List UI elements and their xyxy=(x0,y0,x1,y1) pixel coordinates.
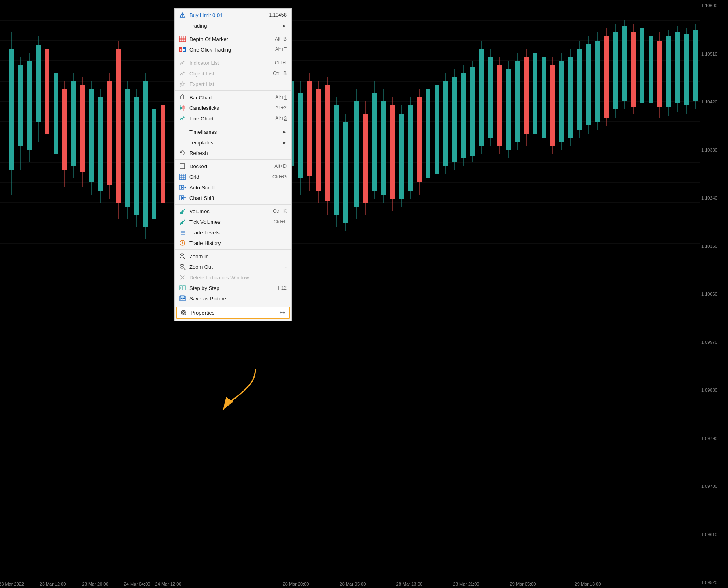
delete-indicators-label: Delete Indicators Window xyxy=(189,275,287,281)
menu-item-object-list: Object List Ctrl+B xyxy=(175,68,291,79)
separator-8 xyxy=(175,305,291,305)
svg-rect-104 xyxy=(533,53,537,134)
indicator-list-icon xyxy=(178,59,187,67)
svg-rect-52 xyxy=(298,93,303,178)
svg-rect-143 xyxy=(179,36,186,42)
menu-item-auto-scroll[interactable]: Auto Scroll xyxy=(175,182,291,193)
svg-marker-175 xyxy=(184,186,186,189)
svg-rect-189 xyxy=(184,221,184,224)
candlesticks-shortcut: Alt+2 xyxy=(267,105,287,111)
menu-item-depth-of-market[interactable]: Depth Of Market Alt+B xyxy=(175,34,291,44)
svg-rect-94 xyxy=(488,57,493,138)
zoom-out-label: Zoom Out xyxy=(189,264,277,270)
line-chart-icon xyxy=(178,115,187,122)
svg-rect-26 xyxy=(62,89,67,170)
menu-item-docked[interactable]: Docked Alt+D xyxy=(175,161,291,172)
svg-rect-98 xyxy=(506,69,511,150)
svg-rect-100 xyxy=(515,61,520,142)
separator-3 xyxy=(175,90,291,91)
svg-rect-120 xyxy=(604,36,609,118)
svg-rect-64 xyxy=(354,101,359,207)
zoom-in-shortcut: + xyxy=(276,253,287,259)
trading-arrow: ► xyxy=(283,24,287,28)
refresh-label: Refresh xyxy=(189,150,287,156)
svg-rect-211 xyxy=(181,296,184,298)
tick-volumes-label: Tick Volumes xyxy=(189,219,266,225)
chart-area: EURUSD, H1: Euro vs US Dollar xyxy=(0,0,728,588)
menu-item-timeframes[interactable]: Timeframes ► xyxy=(175,127,291,137)
svg-rect-96 xyxy=(497,65,502,146)
svg-rect-116 xyxy=(586,44,591,125)
svg-rect-128 xyxy=(640,28,644,103)
buy-limit-icon xyxy=(178,11,187,19)
svg-rect-124 xyxy=(622,26,627,101)
price-label-6: 1.10150 xyxy=(701,244,726,249)
trade-levels-label: Trade Levels xyxy=(189,230,287,236)
svg-rect-110 xyxy=(559,61,564,142)
volumes-shortcut: Ctrl+K xyxy=(265,208,287,214)
templates-icon xyxy=(178,139,187,146)
svg-rect-44 xyxy=(143,81,148,227)
svg-rect-112 xyxy=(568,57,573,138)
svg-rect-122 xyxy=(613,32,618,109)
line-chart-label: Line Chart xyxy=(189,116,267,122)
separator-6 xyxy=(175,204,291,205)
menu-item-buy-limit[interactable]: Buy Limit 0.01 1.10458 xyxy=(175,10,291,20)
svg-rect-108 xyxy=(550,65,555,146)
menu-item-templates[interactable]: Templates ► xyxy=(175,137,291,148)
svg-rect-72 xyxy=(390,105,395,199)
price-label-12: 1.09610 xyxy=(701,532,726,537)
menu-item-grid[interactable]: Grid Ctrl+G xyxy=(175,172,291,182)
price-label-8: 1.09970 xyxy=(701,340,726,345)
menu-item-candlesticks[interactable]: Candlesticks Alt+2 xyxy=(175,103,291,113)
menu-item-properties[interactable]: Properties F8 xyxy=(176,307,290,319)
menu-item-trade-history[interactable]: Trade History xyxy=(175,238,291,248)
docked-label: Docked xyxy=(189,163,266,170)
menu-item-line-chart[interactable]: Line Chart Alt+3 xyxy=(175,113,291,124)
price-label-2: 1.10510 xyxy=(701,52,726,56)
refresh-icon xyxy=(178,149,187,157)
menu-item-step-by-step[interactable]: Step by Step F12 xyxy=(175,283,291,293)
menu-item-trading[interactable]: Trading ► xyxy=(175,20,291,31)
time-label-9: 28 Mar 21:00 xyxy=(453,582,480,586)
menu-item-zoom-in[interactable]: Zoom In + xyxy=(175,251,291,262)
auto-scroll-label: Auto Scroll xyxy=(189,185,287,191)
menu-item-chart-shift[interactable]: Chart Shift xyxy=(175,193,291,203)
menu-item-one-click-trading[interactable]: S B One Click Trading Alt+T xyxy=(175,44,291,55)
svg-text:S: S xyxy=(180,48,182,52)
timeframes-icon xyxy=(178,128,187,135)
time-label-5: 24 Mar 12:00 xyxy=(155,582,182,586)
step-by-step-label: Step by Step xyxy=(189,285,270,291)
chart-shift-label: Chart Shift xyxy=(189,195,287,201)
menu-item-expert-list: Expert List xyxy=(175,79,291,89)
svg-rect-118 xyxy=(595,41,600,122)
tick-volumes-icon xyxy=(178,218,187,225)
svg-rect-84 xyxy=(443,81,448,166)
menu-item-volumes[interactable]: Volumes Ctrl+K xyxy=(175,206,291,217)
price-label-10: 1.09790 xyxy=(701,436,726,441)
price-axis: 1.10600 1.10510 1.10420 1.10330 1.10240 … xyxy=(700,0,728,588)
templates-label: Templates xyxy=(189,139,283,146)
svg-rect-30 xyxy=(80,85,85,172)
save-as-picture-label: Save as Picture xyxy=(189,296,287,302)
price-label-13: 1.09520 xyxy=(701,580,726,585)
chart-svg-left xyxy=(0,0,700,260)
svg-rect-82 xyxy=(435,85,439,174)
menu-item-tick-volumes[interactable]: Tick Volumes Ctrl+L xyxy=(175,217,291,227)
price-label-1: 1.10600 xyxy=(701,3,726,8)
depth-of-market-shortcut: Alt+B xyxy=(267,36,287,42)
svg-rect-160 xyxy=(180,107,182,109)
tick-volumes-shortcut: Ctrl+L xyxy=(266,219,287,225)
svg-rect-184 xyxy=(182,211,183,214)
svg-rect-14 xyxy=(9,49,14,170)
save-as-picture-icon xyxy=(178,295,187,302)
time-label-2: 23 Mar 12:00 xyxy=(40,582,66,586)
time-label-10: 29 Mar 05:00 xyxy=(510,582,536,586)
menu-item-bar-chart[interactable]: Bar Chart Alt+1 xyxy=(175,92,291,103)
svg-line-202 xyxy=(184,268,185,270)
menu-item-zoom-out[interactable]: Zoom Out - xyxy=(175,262,291,272)
menu-item-trade-levels[interactable]: Trade Levels xyxy=(175,227,291,238)
menu-item-save-as-picture[interactable]: Save as Picture xyxy=(175,293,291,304)
menu-item-refresh[interactable]: Refresh xyxy=(175,148,291,158)
svg-rect-166 xyxy=(180,174,185,180)
